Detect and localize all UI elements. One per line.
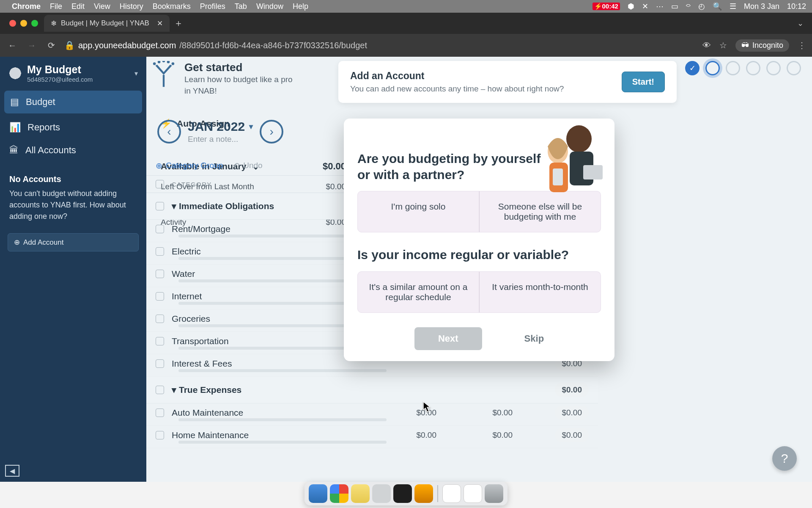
menu-edit[interactable]: Edit bbox=[71, 2, 85, 11]
nav-all-accounts[interactable]: 🏛 All Accounts bbox=[0, 139, 146, 162]
tab-close-icon[interactable]: ✕ bbox=[157, 19, 163, 28]
chrome-tab-strip: ❄ Budget | My Budget | YNAB ✕ ＋ ⌄ bbox=[0, 13, 812, 34]
step-1-done[interactable]: ✓ bbox=[685, 61, 700, 75]
category-row[interactable]: Auto Maintenance$0.00$0.00$0.00 bbox=[146, 403, 598, 426]
row-checkbox[interactable] bbox=[156, 431, 164, 439]
forward-button: → bbox=[25, 41, 38, 50]
category-group-label: Category Group bbox=[166, 161, 223, 170]
group-available: $0.00 bbox=[555, 383, 589, 397]
collapse-triangle-icon[interactable]: ▾ bbox=[172, 201, 176, 211]
menu-date[interactable]: Mon 3 Jan bbox=[744, 2, 779, 11]
month-note-input[interactable]: Enter a note... bbox=[188, 135, 253, 144]
dock-notes-icon[interactable] bbox=[351, 484, 370, 503]
dock-trash-icon[interactable] bbox=[485, 484, 503, 503]
close-window-button[interactable] bbox=[9, 20, 16, 27]
row-checkbox[interactable] bbox=[156, 270, 164, 278]
row-checkbox[interactable] bbox=[156, 292, 164, 301]
budget-switcher[interactable]: My Budget 5d485270@uifeed.com ▾ bbox=[0, 57, 146, 88]
eye-off-icon[interactable]: 👁 bbox=[702, 41, 711, 50]
prev-month-button[interactable]: ‹ bbox=[157, 120, 181, 144]
dock-separator bbox=[437, 485, 438, 502]
collapse-sidebar[interactable]: ◀ bbox=[0, 460, 146, 482]
dock-file-icon[interactable] bbox=[442, 484, 461, 503]
menu-window[interactable]: Window bbox=[256, 2, 283, 11]
lock-icon: 🔒 bbox=[64, 40, 75, 50]
battery-time: ⚡00:42 bbox=[593, 3, 620, 10]
category-group[interactable]: ▾True Expenses$0.00 bbox=[146, 377, 598, 403]
choice-solo[interactable]: I'm going solo bbox=[357, 191, 479, 232]
help-fab[interactable]: ? bbox=[772, 446, 797, 471]
add-account-button[interactable]: ⊕ Add Account bbox=[8, 233, 139, 251]
menu-view[interactable]: View bbox=[94, 2, 110, 11]
category-row[interactable]: Home Maintenance$0.00$0.00$0.00 bbox=[146, 426, 598, 448]
menu-help[interactable]: Help bbox=[293, 2, 308, 11]
dock-chrome-icon[interactable] bbox=[330, 484, 348, 503]
collapse-triangle-icon[interactable]: ▾ bbox=[172, 385, 176, 395]
collapse-icon: ◀ bbox=[10, 467, 15, 475]
available-pill: $0.00 bbox=[555, 428, 589, 442]
choice-regular[interactable]: It's a similar amount on a regular sched… bbox=[357, 271, 479, 313]
step-4[interactable] bbox=[746, 61, 760, 75]
tab-title: Budget | My Budget | YNAB bbox=[61, 19, 149, 28]
undo-button[interactable]: ↶ Undo bbox=[233, 161, 262, 171]
step-3[interactable] bbox=[726, 61, 740, 75]
address-bar[interactable]: 🔒 app.youneedabudget.com/88d9501d-fd6b-4… bbox=[64, 40, 367, 50]
step-5[interactable] bbox=[766, 61, 781, 75]
status-icon[interactable]: ⬢ bbox=[628, 2, 634, 11]
status-icon[interactable]: ⋯ bbox=[656, 2, 664, 11]
incognito-badge[interactable]: 🕶 Incognito bbox=[735, 39, 789, 52]
row-checkbox[interactable] bbox=[156, 409, 164, 417]
dock-file-icon[interactable] bbox=[464, 484, 482, 503]
nav-budget[interactable]: ▤ Budget bbox=[4, 91, 142, 113]
browser-tab[interactable]: ❄ Budget | My Budget | YNAB ✕ bbox=[44, 15, 170, 32]
menu-app[interactable]: Chrome bbox=[12, 2, 41, 11]
back-button[interactable]: ← bbox=[6, 41, 19, 50]
new-tab-button[interactable]: ＋ bbox=[174, 17, 183, 30]
star-icon[interactable]: ☆ bbox=[719, 40, 727, 50]
group-checkbox[interactable] bbox=[156, 202, 164, 210]
maximize-window-button[interactable] bbox=[31, 20, 38, 27]
start-button[interactable]: Start! bbox=[622, 72, 665, 92]
search-icon[interactable]: 🔍 bbox=[713, 2, 722, 11]
menu-history[interactable]: History bbox=[120, 2, 143, 11]
row-checkbox[interactable] bbox=[156, 337, 164, 345]
next-month-button[interactable]: › bbox=[260, 120, 283, 144]
reload-button[interactable]: ⟳ bbox=[45, 40, 58, 50]
step-6[interactable] bbox=[787, 61, 801, 75]
assigned-cell[interactable]: $0.00 bbox=[360, 431, 436, 440]
status-icon[interactable]: ✕ bbox=[642, 2, 648, 11]
step-2-active[interactable] bbox=[705, 61, 720, 75]
add-category-group[interactable]: ⊕ Category Group bbox=[156, 161, 223, 171]
month-label[interactable]: JAN 2022 ▾ bbox=[188, 119, 253, 134]
skip-button[interactable]: Skip bbox=[524, 333, 544, 344]
battery-icon[interactable]: ▭ bbox=[671, 2, 678, 11]
dock-finder-icon[interactable] bbox=[309, 484, 327, 503]
dock-app-icon[interactable] bbox=[372, 484, 391, 503]
onboarding-modal: Are you budgeting by yourself or with a … bbox=[344, 119, 614, 361]
group-checkbox[interactable] bbox=[156, 386, 164, 394]
dock-terminal-icon[interactable] bbox=[393, 484, 412, 503]
row-checkbox[interactable] bbox=[156, 315, 164, 323]
control-icon[interactable]: ☰ bbox=[730, 2, 736, 11]
tab-dropdown-icon[interactable]: ⌄ bbox=[797, 19, 804, 28]
dock-app-icon[interactable] bbox=[414, 484, 433, 503]
choice-variable[interactable]: It varies month-to-month bbox=[479, 271, 601, 313]
nav-label: Budget bbox=[26, 97, 55, 108]
nav-reports[interactable]: 📊 Reports bbox=[0, 116, 146, 139]
url-path: /88d9501d-fd6b-44ea-a846-b737f0332516/bu… bbox=[179, 41, 367, 50]
menu-profiles[interactable]: Profiles bbox=[200, 2, 225, 11]
next-button[interactable]: Next bbox=[414, 327, 482, 350]
available-pill: $0.00 bbox=[555, 406, 589, 420]
row-checkbox[interactable] bbox=[156, 359, 164, 368]
kebab-menu-icon[interactable]: ⋮ bbox=[798, 40, 806, 50]
row-checkbox[interactable] bbox=[156, 247, 164, 256]
control-center-icon[interactable]: ◴ bbox=[698, 2, 705, 11]
menu-tab[interactable]: Tab bbox=[235, 2, 247, 11]
wifi-icon[interactable]: ⌔ bbox=[686, 2, 691, 11]
minimize-window-button[interactable] bbox=[20, 20, 27, 27]
row-checkbox[interactable] bbox=[156, 225, 164, 233]
menu-time[interactable]: 10:12 bbox=[787, 2, 806, 11]
select-all-checkbox[interactable] bbox=[156, 180, 164, 188]
menu-file[interactable]: File bbox=[50, 2, 62, 11]
menu-bookmarks[interactable]: Bookmarks bbox=[153, 2, 191, 11]
